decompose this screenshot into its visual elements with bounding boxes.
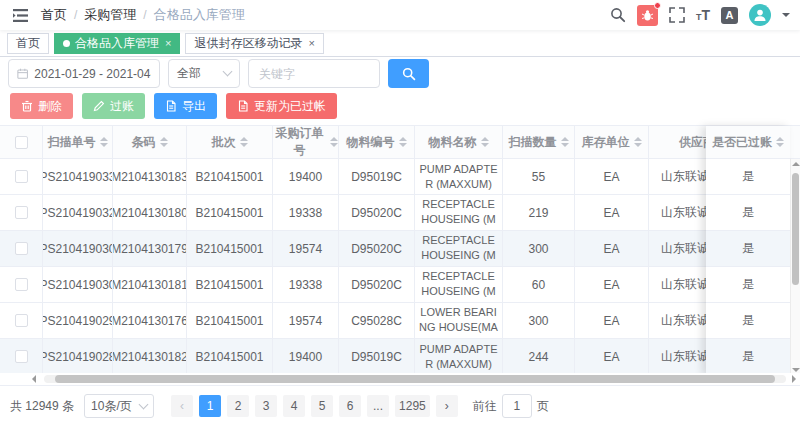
tab-qualified-inbound[interactable]: 合格品入库管理 ×: [54, 33, 180, 54]
navbar-actions: TT A: [610, 4, 800, 26]
row-checkbox[interactable]: [15, 170, 28, 183]
status-select[interactable]: 全部: [168, 59, 240, 88]
error-log-button[interactable]: [637, 5, 658, 26]
column-header-batch[interactable]: 批次: [187, 126, 273, 158]
table-row[interactable]: PS210419028 M2104130182 B210415001 19400…: [0, 339, 800, 375]
sort-icon[interactable]: [100, 137, 108, 147]
last-page-button[interactable]: 1295: [395, 395, 430, 417]
fullscreen-button[interactable]: [669, 7, 685, 23]
table-row[interactable]: PS210419033 M2104130183 B210415001 19400…: [0, 159, 800, 195]
cell-qty: 300: [503, 303, 575, 338]
update-posted-button[interactable]: 更新为已过帐: [226, 93, 337, 119]
row-checkbox[interactable]: [15, 314, 28, 327]
breadcrumb: 首页 / 采购管理 / 合格品入库管理: [41, 6, 245, 24]
vertical-scrollbar[interactable]: [790, 159, 800, 375]
top-navbar: 首页 / 采购管理 / 合格品入库管理: [0, 0, 800, 30]
fullscreen-icon: [669, 7, 685, 23]
scroll-left-icon[interactable]: [32, 375, 36, 383]
post-button-label: 过账: [110, 98, 134, 115]
user-avatar[interactable]: [749, 4, 771, 26]
sort-icon[interactable]: [330, 137, 338, 147]
page-size-select[interactable]: 10条/页: [84, 394, 154, 418]
avatar-caret-icon[interactable]: [782, 13, 790, 21]
sort-icon[interactable]: [399, 137, 407, 147]
scroll-down-icon[interactable]: [792, 368, 800, 372]
table-body: PS210419033 M2104130183 B210415001 19400…: [0, 159, 800, 375]
table-row[interactable]: PS210419030 M2104130181 B210415001 19338…: [0, 267, 800, 303]
prev-page-button[interactable]: ‹: [171, 395, 193, 417]
page-button-2[interactable]: 2: [227, 395, 249, 417]
column-header-scan[interactable]: 扫描单号: [43, 126, 113, 158]
header-search-button[interactable]: [610, 7, 626, 23]
row-checkbox[interactable]: [15, 242, 28, 255]
row-checkbox[interactable]: [15, 206, 28, 219]
table-row[interactable]: PS210419029 M2104130176 B210415001 19574…: [0, 303, 800, 339]
font-size-button[interactable]: TT: [696, 8, 710, 22]
language-switch-button[interactable]: A: [721, 7, 738, 24]
page-button-3[interactable]: 3: [255, 395, 277, 417]
sort-icon[interactable]: [561, 137, 569, 147]
sort-icon[interactable]: [160, 137, 168, 147]
breadcrumb-purchase[interactable]: 采购管理: [84, 6, 136, 24]
column-header-item-name[interactable]: 物料名称: [415, 126, 503, 158]
date-range-picker[interactable]: [8, 59, 160, 88]
column-header-posted[interactable]: 是否已过账: [706, 126, 790, 159]
sort-icon[interactable]: [776, 137, 784, 147]
post-button[interactable]: 过账: [82, 93, 145, 119]
vertical-scrollbar-thumb[interactable]: [792, 173, 799, 285]
sort-icon[interactable]: [240, 137, 248, 147]
sort-icon[interactable]: [634, 137, 642, 147]
cell-item-no: D95019C: [339, 159, 415, 194]
row-checkbox[interactable]: [15, 350, 28, 363]
cell-item-no: D95020C: [339, 195, 415, 230]
tab-home[interactable]: 首页: [7, 33, 49, 54]
column-header-barcode[interactable]: 条码: [113, 126, 187, 158]
select-all-checkbox[interactable]: [15, 136, 28, 149]
column-header-item-no[interactable]: 物料编号: [339, 126, 415, 158]
sidebar-toggle-button[interactable]: [0, 9, 41, 22]
pen-icon: [93, 100, 105, 112]
goto-page-input[interactable]: [502, 394, 532, 418]
breadcrumb-home[interactable]: 首页: [41, 6, 67, 24]
horizontal-scrollbar-thumb[interactable]: [55, 375, 775, 383]
cell-unit: EA: [575, 231, 649, 266]
table-row[interactable]: PS210419030 M2104130179 B210415001 19574…: [0, 231, 800, 267]
chevron-down-icon: [223, 67, 233, 77]
delete-button-label: 删除: [38, 98, 62, 115]
fixed-posted-column: 是否已过账 是 是 是 是 是 是: [706, 126, 790, 375]
column-header-unit[interactable]: 库存单位: [575, 126, 649, 158]
search-button[interactable]: [388, 59, 429, 88]
page-button-4[interactable]: 4: [283, 395, 305, 417]
column-header-qty[interactable]: 扫描数量: [503, 126, 575, 158]
date-range-input[interactable]: [34, 67, 151, 81]
next-page-button[interactable]: ›: [436, 395, 458, 417]
filter-bar: 全部: [8, 59, 429, 88]
cell-barcode: M2104130180: [113, 195, 187, 230]
cell-scan: PS210419028: [43, 339, 113, 374]
table-row[interactable]: PS210419032 M2104130180 B210415001 19338…: [0, 195, 800, 231]
column-label: 扫描数量: [509, 134, 557, 151]
close-icon[interactable]: ×: [308, 38, 314, 49]
close-icon[interactable]: ×: [165, 38, 171, 49]
cell-qty: 244: [503, 339, 575, 374]
horizontal-scrollbar[interactable]: [0, 373, 800, 385]
cell-barcode: M2104130179: [113, 231, 187, 266]
active-dot-icon: [63, 40, 70, 47]
cell-item-no: C95028C: [339, 303, 415, 338]
cell-po: 19338: [273, 267, 339, 302]
page-button-5[interactable]: 5: [311, 395, 333, 417]
scroll-up-icon[interactable]: [792, 162, 800, 166]
keyword-field[interactable]: [248, 59, 380, 88]
tab-return-seal-records[interactable]: 退供封存区移动记录 ×: [185, 33, 323, 54]
more-pages-button[interactable]: ...: [367, 395, 389, 417]
page-button-1[interactable]: 1: [199, 395, 221, 417]
scroll-right-icon[interactable]: [792, 375, 796, 383]
page-button-6[interactable]: 6: [339, 395, 361, 417]
row-checkbox[interactable]: [15, 278, 28, 291]
sort-icon[interactable]: [481, 137, 489, 147]
cell-item-no: D95020C: [339, 231, 415, 266]
column-header-po[interactable]: 采购订单号: [273, 126, 339, 158]
keyword-input[interactable]: [259, 67, 369, 81]
export-button[interactable]: 导出: [154, 93, 217, 119]
delete-button[interactable]: 删除: [10, 93, 73, 119]
